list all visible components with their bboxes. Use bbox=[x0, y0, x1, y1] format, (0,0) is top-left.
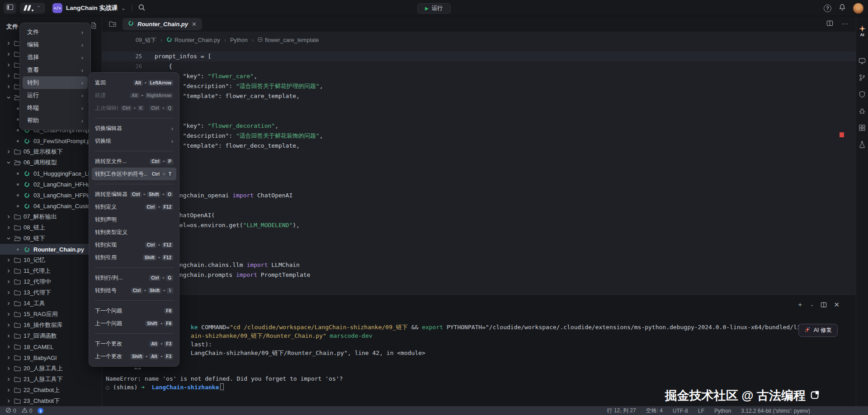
submenu-item[interactable]: 前进Alt+RightArrow bbox=[92, 89, 176, 102]
flask-icon[interactable] bbox=[859, 141, 866, 148]
code-line[interactable]: 45 bbox=[102, 250, 856, 260]
remote-monitor-icon[interactable] bbox=[859, 57, 866, 65]
submenu-item[interactable]: 上一个问题Shift+F8 bbox=[92, 317, 176, 330]
code-line[interactable]: 27 "key": "flower_care", bbox=[102, 71, 856, 81]
bug-icon[interactable] bbox=[859, 107, 866, 115]
extensions-grid-icon[interactable] bbox=[859, 124, 866, 131]
breadcrumb-item[interactable]: Rounter_Chain.py bbox=[166, 37, 220, 44]
submenu-item[interactable]: 上一个更改Shift+Alt+F3 bbox=[92, 350, 176, 363]
code-line[interactable]: 31 { bbox=[102, 111, 856, 121]
code-line[interactable]: 39from langchain_openai import ChatOpenA… bbox=[102, 191, 856, 201]
breadcrumb-item[interactable]: flower_care_template bbox=[258, 37, 319, 43]
submenu-item[interactable]: 下一个更改Alt+F3 bbox=[92, 337, 176, 350]
submenu-item[interactable]: 上次编辑位置Ctrl+KCtrl+Q bbox=[92, 102, 176, 114]
tree-folder-row[interactable]: 10_记忆 bbox=[0, 255, 102, 266]
code-line[interactable]: 35 }, bbox=[102, 151, 856, 161]
menu-item[interactable]: 终端› bbox=[23, 102, 88, 114]
code-line[interactable]: 41llm = ChatOpenAI( bbox=[102, 210, 856, 220]
code-line[interactable]: 37 bbox=[102, 171, 856, 181]
submenu-item[interactable]: 转到引用Shift+F12 bbox=[92, 251, 176, 264]
code-line[interactable]: 26 { bbox=[102, 61, 856, 71]
app-logo-button[interactable]: ⌃ bbox=[20, 3, 45, 14]
cursor-position[interactable]: 行 12, 列 27 bbox=[607, 407, 636, 415]
code-line[interactable]: 42 model=os.environ.get("LLM_MODELEND"), bbox=[102, 220, 856, 230]
tree-folder-row[interactable]: 13_代理下 bbox=[0, 287, 102, 298]
breadcrumb-item[interactable]: Python bbox=[230, 37, 248, 43]
tree-folder-row[interactable]: 06_调用模型 bbox=[0, 157, 102, 168]
tab-rounter-chain[interactable]: Rounter_Chain.py ✕ bbox=[123, 18, 202, 30]
help-icon[interactable]: ? bbox=[824, 5, 831, 12]
tree-folder-row[interactable]: 05_提示模板下 bbox=[0, 146, 102, 157]
tree-folder-row[interactable]: 07_解析输出 bbox=[0, 211, 102, 222]
tree-folder-row[interactable]: 22_Chatbot上 bbox=[0, 385, 102, 396]
workspace-switcher[interactable]: </> LangChain 实战课 ⌄ bbox=[52, 3, 126, 13]
code-line[interactable]: 40 bbox=[102, 201, 856, 210]
tree-folder-row[interactable]: 14_工具 bbox=[0, 298, 102, 309]
tree-folder-row[interactable]: 21_人脉工具下 bbox=[0, 374, 102, 385]
code-line[interactable]: 34 "template": flower_deco_template, bbox=[102, 141, 856, 151]
submenu-item[interactable]: 转到定义Ctrl+F12 bbox=[92, 201, 176, 213]
submenu-item[interactable]: 切换组› bbox=[92, 135, 176, 147]
tree-folder-row[interactable]: 23_Chatbot下 bbox=[0, 396, 102, 406]
tree-folder-row[interactable]: 16_操作数据库 bbox=[0, 320, 102, 331]
code-line[interactable]: 28 "description": "适合回答关于鲜花护理的问题", bbox=[102, 81, 856, 91]
chevron-down-icon[interactable]: ⌄ bbox=[810, 302, 814, 307]
tree-folder-row[interactable]: 09_链下 bbox=[0, 233, 102, 244]
submenu-item[interactable]: 切换编辑器› bbox=[92, 122, 176, 135]
shield-icon[interactable] bbox=[859, 91, 866, 98]
menu-item[interactable]: 转到› bbox=[23, 76, 88, 89]
tree-folder-row[interactable]: 20_人脉工具上 bbox=[0, 363, 102, 374]
tree-folder-row[interactable]: 18_CAMEL bbox=[0, 341, 102, 352]
tree-folder-row[interactable]: 19_BabyAGI bbox=[0, 352, 102, 363]
notification-badge[interactable]: 1 bbox=[38, 408, 43, 414]
line-number[interactable]: 26 bbox=[102, 61, 155, 71]
more-actions-icon[interactable]: ⋯ bbox=[841, 20, 849, 28]
line-number[interactable]: 25 bbox=[102, 51, 155, 61]
tree-folder-row[interactable]: 11_代理上 bbox=[0, 266, 102, 276]
tree-file-row[interactable]: 04_LangChain_CustomLLM.py bbox=[0, 201, 102, 211]
split-terminal-icon[interactable] bbox=[821, 302, 827, 308]
submenu-item[interactable]: 转到类型定义 bbox=[92, 226, 176, 238]
tree-folder-row[interactable]: 08_链上 bbox=[0, 222, 102, 233]
sidebar-toggle-button[interactable] bbox=[4, 3, 16, 14]
breadcrumb-item[interactable]: 09_链下 bbox=[136, 37, 156, 44]
tree-folder-row[interactable]: 17_回调函数 bbox=[0, 331, 102, 341]
split-editor-icon[interactable] bbox=[826, 20, 833, 28]
submenu-item[interactable]: 跳转至文件...Ctrl+P bbox=[92, 155, 176, 168]
close-panel-icon[interactable]: ✕ bbox=[834, 301, 840, 309]
close-icon[interactable]: ✕ bbox=[192, 21, 197, 28]
menu-item[interactable]: 文件› bbox=[23, 26, 88, 38]
menu-item[interactable]: 编辑› bbox=[23, 38, 88, 51]
tree-file-row[interactable]: Rounter_Chain.py bbox=[0, 244, 102, 255]
code-lines[interactable]: 25prompt_infos = [26 {27 "key": "flower_… bbox=[102, 49, 856, 280]
submenu-item[interactable]: 下一个问题F8 bbox=[92, 304, 176, 317]
tree-folder-row[interactable]: 12_代理中 bbox=[0, 276, 102, 287]
code-line[interactable]: 36] bbox=[102, 161, 856, 171]
code-line[interactable]: 33 "description": "适合回答关于鲜花装饰的问题", bbox=[102, 131, 856, 141]
tree-file-row[interactable]: 01_HugggingFace_Llama.py bbox=[0, 168, 102, 179]
code-line[interactable]: 25prompt_infos = [ bbox=[102, 51, 856, 61]
submenu-item[interactable]: 返回Alt+LeftArrow bbox=[92, 76, 176, 89]
code-line[interactable]: 38 bbox=[102, 181, 856, 191]
ai-assistant-button[interactable]: AI bbox=[859, 25, 866, 37]
menu-item[interactable]: 帮助› bbox=[23, 114, 88, 127]
run-button[interactable]: ▶ 运行 bbox=[417, 3, 451, 14]
submenu-item[interactable]: 转到工作区中的符号...Ctrl+T bbox=[92, 168, 176, 180]
menu-item[interactable]: 选择› bbox=[23, 51, 88, 64]
code-line[interactable]: 44 bbox=[102, 240, 856, 250]
menu-item[interactable]: 运行› bbox=[23, 89, 88, 102]
menu-item[interactable]: 查看› bbox=[23, 64, 88, 76]
code-line[interactable]: 29 "template": flower_care_template, bbox=[102, 91, 856, 101]
submenu-item[interactable]: 转到行/列...Ctrl+G bbox=[92, 271, 176, 284]
user-avatar[interactable] bbox=[853, 3, 863, 14]
submenu-item[interactable]: 转到括号Ctrl+Shift+\ bbox=[92, 284, 176, 297]
search-button[interactable] bbox=[138, 4, 146, 13]
submenu-item[interactable]: 跳转至编辑器中的符号...Ctrl+Shift+O bbox=[92, 188, 176, 201]
code-line[interactable]: 30 }, bbox=[102, 101, 856, 111]
language-mode[interactable]: Python bbox=[714, 407, 731, 415]
tree-file-row[interactable]: 03_FewShotPrompt.py bbox=[0, 135, 102, 146]
submenu-item[interactable]: 转到声明 bbox=[92, 213, 176, 226]
git-branch-icon[interactable] bbox=[859, 74, 866, 81]
code-line[interactable]: 32 "key": "flower_decoration", bbox=[102, 121, 856, 131]
new-file-icon[interactable] bbox=[90, 22, 97, 31]
